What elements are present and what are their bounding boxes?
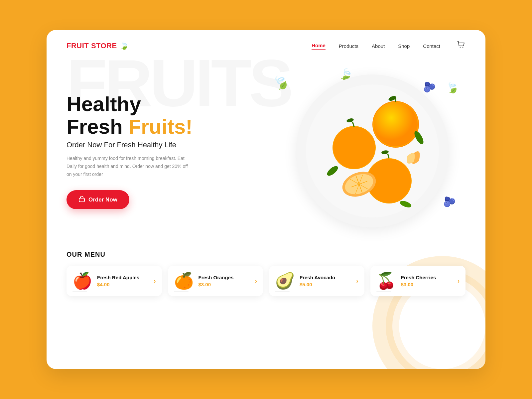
avocado-icon: 🥑: [275, 272, 295, 290]
nav-link-shop[interactable]: Shop: [398, 43, 410, 49]
cherry-icon: 🍒: [376, 272, 396, 290]
hero-title-highlight: Fruits!: [128, 115, 193, 138]
hero-section: Healthy Fresh Fruits! Order Now For Fres…: [47, 51, 485, 244]
svg-point-1: [463, 47, 464, 48]
menu-item-apples[interactable]: 🍎 Fresh Red Apples $4.00 ›: [66, 266, 162, 296]
apple-name: Fresh Red Apples: [97, 275, 149, 280]
logo[interactable]: FRUIT STORE 🍃: [66, 42, 129, 50]
logo-text: FRUIT STORE: [66, 42, 117, 50]
order-btn-label: Order Now: [88, 197, 117, 203]
menu-item-avocado[interactable]: 🥑 Fresh Avocado $5.00 ›: [269, 266, 364, 296]
svg-point-0: [460, 47, 461, 48]
avocado-arrow-icon[interactable]: ›: [356, 278, 358, 285]
float-leaf-1: 🍃: [270, 71, 292, 93]
plate-circle: [296, 74, 449, 227]
nav-link-products[interactable]: Products: [339, 43, 358, 49]
nav-link-home[interactable]: Home: [312, 43, 326, 50]
menu-item-oranges[interactable]: 🍊 Fresh Oranges $3.00 ›: [168, 266, 263, 296]
apple-price: $4.00: [97, 282, 149, 287]
apple-info: Fresh Red Apples $4.00: [97, 275, 149, 287]
hero-content: Healthy Fresh Fruits! Order Now For Fres…: [66, 93, 193, 209]
svg-point-6: [374, 102, 418, 146]
nav-link-contact[interactable]: Contact: [423, 43, 440, 49]
cherry-info: Fresh Cherries $3.00: [401, 275, 453, 287]
svg-point-10: [333, 127, 375, 169]
orange-price: $3.00: [199, 282, 251, 287]
order-now-button[interactable]: Order Now: [66, 190, 129, 209]
nav-link-about[interactable]: About: [372, 43, 385, 49]
orange-arrow-icon[interactable]: ›: [255, 278, 257, 285]
plate-svg: [303, 81, 442, 221]
cherry-price: $3.00: [401, 282, 453, 287]
bag-icon: [78, 196, 85, 204]
float-raspberry-1: 🫐: [423, 81, 436, 93]
cart-icon[interactable]: [457, 41, 466, 51]
cherry-arrow-icon[interactable]: ›: [458, 278, 460, 285]
hero-description: Healthy and yummy food for fresh morning…: [66, 155, 193, 178]
avocado-price: $5.00: [300, 282, 352, 287]
menu-grid: 🍎 Fresh Red Apples $4.00 › 🍊 Fresh Orang…: [66, 266, 466, 296]
menu-item-cherries[interactable]: 🍒 Fresh Cherries $3.00 ›: [370, 266, 466, 296]
card-line-avocado: [275, 291, 290, 292]
card-line-apples: [72, 291, 87, 292]
orange-name: Fresh Oranges: [199, 275, 251, 280]
hero-title-line2-plain: Fresh: [66, 115, 128, 138]
menu-section-title: OUR MENU: [66, 251, 466, 258]
float-raspberry-2: 🫐: [443, 196, 456, 207]
hero-title-line1: Healthy: [66, 92, 141, 115]
navbar: FRUIT STORE 🍃 Home Products About Shop C…: [47, 30, 485, 51]
svg-rect-2: [79, 198, 84, 202]
hero-image-area: 🍃 🍃 🍃 🍃 🫐 🫐: [279, 65, 466, 237]
menu-section: OUR MENU 🍎 Fresh Red Apples $4.00 › 🍊 Fr…: [47, 244, 485, 310]
orange-info: Fresh Oranges $3.00: [199, 275, 251, 287]
cherry-name: Fresh Cherries: [401, 275, 453, 280]
card-line-cherries: [376, 291, 391, 292]
logo-leaf-icon: 🍃: [120, 42, 129, 50]
apple-icon: 🍎: [72, 272, 92, 290]
float-leaf-3: 🍃: [444, 79, 460, 95]
main-card: FRUITS FRUIT STORE 🍃 Home Products About…: [47, 30, 485, 369]
avocado-name: Fresh Avocado: [300, 275, 352, 280]
card-line-oranges: [174, 291, 189, 292]
hero-subtitle: Order Now For Fresh Healthy Life: [66, 141, 193, 149]
avocado-info: Fresh Avocado $5.00: [300, 275, 352, 287]
orange-icon: 🍊: [174, 272, 194, 290]
nav-links: Home Products About Shop Contact: [312, 41, 466, 51]
hero-title: Healthy Fresh Fruits!: [66, 93, 193, 138]
apple-arrow-icon[interactable]: ›: [154, 278, 156, 285]
